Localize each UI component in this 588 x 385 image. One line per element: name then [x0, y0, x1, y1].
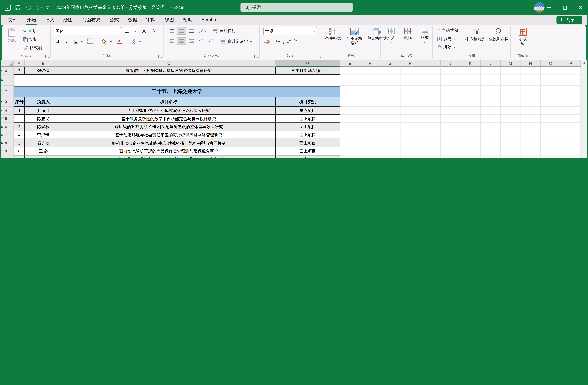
empty-cell[interactable]: [541, 97, 561, 107]
empty-cell[interactable]: [461, 131, 481, 139]
orientation-button[interactable]: ab↗⌄: [196, 27, 208, 35]
cell[interactable]: 跨层级的对齐挑战:企业相互竞争价值观的整体差异效应研究: [62, 123, 275, 131]
align-top-icon[interactable]: [167, 27, 176, 35]
empty-cell[interactable]: [481, 115, 501, 123]
row-header-413[interactable]: 413: [0, 97, 14, 107]
cell[interactable]: 陈景秋: [25, 123, 62, 131]
number-dialog-launcher[interactable]: [317, 55, 320, 58]
cell[interactable]: 人工智能时代的商业模式演化理论和实践研究: [62, 107, 275, 115]
empty-cell[interactable]: [420, 86, 441, 97]
empty-cell[interactable]: [501, 107, 521, 115]
empty-cell[interactable]: [481, 67, 501, 75]
empty-cell[interactable]: [441, 86, 461, 97]
fill-color-button[interactable]: [101, 38, 109, 45]
empty-cell[interactable]: [481, 86, 501, 97]
cell[interactable]: 重点项目: [276, 107, 340, 115]
empty-cell[interactable]: [420, 123, 441, 131]
empty-cell[interactable]: [400, 75, 420, 86]
find-select-button[interactable]: 查找和选择⌄: [487, 27, 510, 51]
empty-cell[interactable]: [380, 147, 400, 155]
row-header-414[interactable]: 414: [0, 107, 14, 115]
empty-cell[interactable]: [521, 67, 541, 75]
empty-cell[interactable]: [561, 97, 581, 107]
column-header-D[interactable]: D: [276, 60, 340, 67]
empty-cell[interactable]: [501, 86, 521, 97]
empty-cell[interactable]: [541, 115, 561, 123]
underline-button[interactable]: U: [72, 38, 80, 45]
column-header-O[interactable]: O: [541, 60, 561, 67]
comma-style-icon[interactable]: ,: [282, 40, 284, 43]
select-all-corner[interactable]: [0, 60, 14, 67]
empty-cell[interactable]: [420, 147, 441, 155]
column-header-M[interactable]: M: [501, 60, 521, 67]
empty-cell[interactable]: [441, 97, 461, 107]
column-header-L[interactable]: L: [481, 60, 501, 67]
header-cell[interactable]: 序号: [14, 97, 25, 107]
empty-cell[interactable]: [561, 107, 581, 115]
empty-cell[interactable]: [441, 67, 461, 75]
empty-cell[interactable]: [400, 123, 420, 131]
cell[interactable]: 5: [14, 139, 25, 147]
cell[interactable]: 面向动态随机工况的产品保修需求预测与延保服务研究: [62, 147, 275, 155]
empty-cell[interactable]: [541, 107, 561, 115]
empty-cell[interactable]: [420, 107, 441, 115]
empty-cell[interactable]: [441, 147, 461, 155]
empty-cell[interactable]: [380, 139, 400, 147]
cut-button[interactable]: ✂ 剪切: [22, 28, 43, 35]
cell[interactable]: 面上项目: [276, 115, 340, 123]
cell[interactable]: 7: [14, 155, 25, 158]
empty-cell[interactable]: [561, 67, 581, 75]
empty-cell[interactable]: [360, 75, 380, 86]
empty-cell[interactable]: [340, 147, 360, 155]
align-center-icon[interactable]: [177, 37, 186, 45]
empty-cell[interactable]: [360, 123, 380, 131]
empty-cell[interactable]: [441, 139, 461, 147]
increase-decimal-icon[interactable]: ←.0 .00: [286, 39, 291, 44]
empty-cell[interactable]: [441, 115, 461, 123]
empty-cell[interactable]: [501, 139, 521, 147]
empty-cell[interactable]: [541, 155, 561, 158]
paste-button[interactable]: 粘贴 ⌄: [2, 27, 22, 51]
font-dialog-launcher[interactable]: [158, 55, 162, 58]
empty-cell[interactable]: [561, 139, 581, 147]
empty-cell[interactable]: [400, 115, 420, 123]
empty-cell[interactable]: [561, 147, 581, 155]
empty-cell[interactable]: [380, 123, 400, 131]
font-name-select[interactable]: 黑体⌄: [54, 27, 121, 35]
empty-cell[interactable]: [521, 123, 541, 131]
empty-cell[interactable]: [420, 97, 441, 107]
empty-cell[interactable]: [340, 107, 360, 115]
empty-cell[interactable]: [400, 107, 420, 115]
cell[interactable]: 基于服务复杂性的数字平台功能定位与机制设计研究: [62, 115, 275, 123]
clear-button[interactable]: 清除⌄: [436, 43, 463, 51]
column-header-E[interactable]: E: [340, 60, 360, 67]
empty-cell[interactable]: [380, 86, 400, 97]
empty-cell[interactable]: [541, 139, 561, 147]
increase-indent-icon[interactable]: [206, 37, 215, 45]
wrap-text-button[interactable]: 自动换行: [211, 27, 237, 35]
header-cell[interactable]: 负责人: [25, 97, 62, 107]
row-header-415[interactable]: 415: [0, 115, 14, 123]
empty-cell[interactable]: [400, 139, 420, 147]
empty-cell[interactable]: [521, 75, 541, 86]
cell[interactable]: 幸 婧: [25, 155, 62, 158]
borders-button[interactable]: [86, 38, 94, 45]
empty-cell[interactable]: [340, 123, 360, 131]
empty-cell[interactable]: [441, 75, 461, 86]
row-header-417[interactable]: 417: [0, 131, 14, 139]
empty-cell[interactable]: [360, 139, 380, 147]
empty-cell[interactable]: [420, 75, 441, 86]
percent-style-icon[interactable]: %: [276, 39, 281, 44]
empty-cell[interactable]: [420, 131, 441, 139]
tab-data[interactable]: 数据: [123, 15, 142, 25]
empty-cell[interactable]: [461, 107, 481, 115]
column-header-B[interactable]: B: [25, 60, 62, 67]
bold-button[interactable]: B: [54, 38, 62, 45]
empty-cell[interactable]: [521, 147, 541, 155]
row-header-412[interactable]: 412: [0, 86, 14, 97]
share-button[interactable]: 共享 ⌄: [557, 16, 582, 24]
empty-cell[interactable]: [340, 115, 360, 123]
empty-cell[interactable]: [340, 131, 360, 139]
fill-button[interactable]: 填充⌄: [436, 35, 463, 42]
empty-cell[interactable]: [521, 97, 541, 107]
